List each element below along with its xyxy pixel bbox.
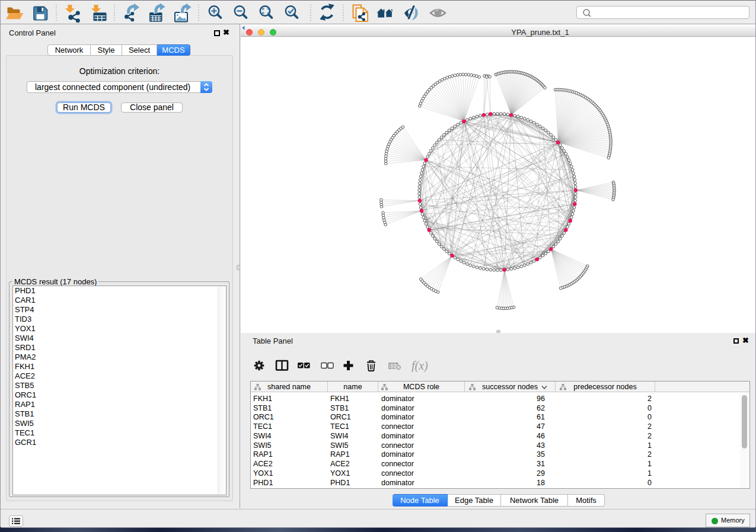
svg-text:f(x): f(x)	[412, 359, 428, 372]
